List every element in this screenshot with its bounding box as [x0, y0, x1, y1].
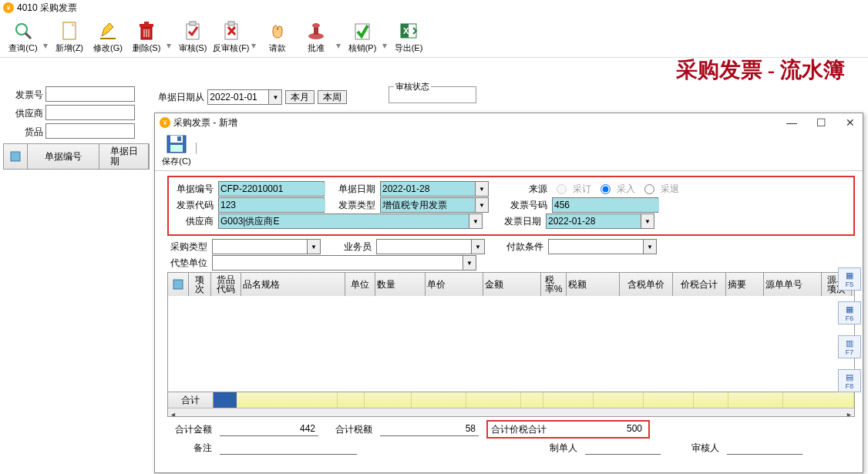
edit-button[interactable]: 修改(G)	[89, 21, 126, 55]
col-rate[interactable]: 税 率%	[541, 273, 567, 296]
f7-button[interactable]: ▥F7	[838, 335, 861, 358]
grid-picker-icon[interactable]	[4, 144, 28, 169]
chevron-down-icon[interactable]: ▼	[471, 240, 484, 254]
col-unit[interactable]: 单位	[345, 273, 375, 296]
src-return-radio[interactable]	[644, 184, 654, 194]
total-value: 500	[547, 423, 645, 435]
new-button[interactable]: 新增(Z)	[51, 21, 88, 55]
page-title: 采购发票 - 流水簿	[676, 55, 845, 85]
inv-type-field[interactable]: ▼	[380, 197, 489, 213]
grid-picker-icon[interactable]	[168, 273, 189, 296]
advunit-label: 代垫单位	[167, 257, 207, 270]
tax-value: 58	[380, 423, 479, 436]
supplier-field[interactable]: ▼	[218, 213, 483, 229]
col-spec[interactable]: 品名规格	[241, 273, 345, 296]
unapprove-button[interactable]: 反审核(F)	[213, 21, 250, 55]
inv-date-field[interactable]: ▼	[546, 213, 654, 229]
chevron-down-icon[interactable]: ▼	[268, 90, 281, 104]
search-icon	[13, 21, 33, 41]
unapprove-icon	[221, 21, 241, 41]
f6-button[interactable]: ▦F6	[838, 301, 861, 324]
detail-total-row: 合计	[168, 392, 854, 408]
sales-field[interactable]: ▼	[376, 239, 485, 254]
col-seq[interactable]: 项 次	[189, 273, 211, 296]
hscrollbar[interactable]: ◄►	[168, 408, 854, 417]
total-label: 合计	[168, 392, 214, 408]
close-button[interactable]: ✕	[843, 116, 858, 129]
detail-grid[interactable]: 项 次 货品 代码 品名规格 单位 数量 单价 金额 税 率% 税额 含税单价 …	[167, 272, 855, 417]
col-pricetax[interactable]: 含税单价	[620, 273, 673, 296]
col-goods[interactable]: 货品 代码	[211, 273, 241, 296]
inv-no-field[interactable]	[552, 197, 658, 213]
total-highlight: 合计价税合计 500	[486, 420, 650, 439]
inv-no-label: 发票号码	[493, 199, 547, 212]
query-button[interactable]: 查询(C)	[5, 21, 42, 55]
col-doc-date[interactable]: 单据日 期	[99, 144, 149, 169]
export-button[interactable]: X 导出(E)	[390, 21, 427, 55]
doc-date-label: 单据日期	[329, 183, 375, 196]
pay-button[interactable]: 请款	[259, 21, 296, 55]
supplier-input[interactable]	[45, 105, 135, 120]
writeoff-button[interactable]: 核销(P)	[344, 21, 381, 55]
doc-no-field[interactable]	[218, 181, 325, 197]
form-area: 单据编号 单据日期 ▼ 来源 采订 采入 采退 发票代码 发票类型 ▼ 发票号码	[155, 171, 863, 458]
memo-value[interactable]	[220, 442, 357, 455]
f8-button[interactable]: ▤F8	[838, 369, 861, 392]
new-invoice-modal: ¥ 采购发票 - 新增 — ☐ ✕ 保存(C) │ 单据编号 单据日期 ▼ 来源…	[154, 113, 863, 473]
col-doc-no[interactable]: 单据编号	[28, 144, 99, 169]
check-icon	[352, 21, 372, 41]
app-icon: ¥	[160, 117, 170, 128]
modal-toolbar: 保存(C) │	[155, 132, 863, 171]
svg-text:X: X	[403, 26, 409, 35]
new-icon	[59, 21, 79, 41]
modal-title-text: 采购发票 - 新增	[173, 116, 237, 129]
required-box: 单据编号 单据日期 ▼ 来源 采订 采入 采退 发票代码 发票类型 ▼ 发票号码	[167, 176, 855, 236]
advunit-field[interactable]: ▼	[212, 255, 476, 271]
chevron-down-icon[interactable]: ▼	[475, 198, 488, 212]
chevron-down-icon[interactable]: ▼	[463, 256, 476, 270]
col-srcno[interactable]: 源单单号	[764, 273, 822, 296]
supplier-form-label: 供应商	[173, 215, 214, 228]
col-amount[interactable]: 金额	[483, 273, 541, 296]
detail-header: 项 次 货品 代码 品名规格 单位 数量 单价 金额 税 率% 税额 含税单价 …	[168, 273, 854, 296]
save-button[interactable]: 保存(C)	[160, 134, 193, 169]
col-price[interactable]: 单价	[426, 273, 483, 296]
maker-label: 制单人	[550, 442, 577, 455]
col-qty[interactable]: 数量	[375, 273, 426, 296]
main-title: 4010 采购发票	[17, 2, 77, 15]
source-label: 来源	[493, 183, 547, 196]
checker-value	[727, 442, 802, 455]
ptype-field[interactable]: ▼	[212, 239, 321, 254]
col-amttax[interactable]: 价税合计	[673, 273, 726, 296]
maker-value	[585, 442, 661, 455]
f5-button[interactable]: ▦F5	[838, 267, 861, 291]
inv-date-label: 发票日期	[487, 215, 541, 228]
chevron-down-icon[interactable]: ▼	[643, 240, 656, 254]
approve-button[interactable]: 审核(S)	[174, 21, 211, 55]
chevron-down-icon[interactable]: ▼	[469, 214, 482, 228]
col-tax[interactable]: 税额	[567, 273, 620, 296]
batch-button[interactable]: 批准	[298, 21, 335, 55]
inv-code-field[interactable]	[218, 197, 325, 213]
invoice-no-input[interactable]	[45, 86, 135, 102]
this-month-button[interactable]: 本月	[285, 90, 315, 104]
this-week-button[interactable]: 本周	[318, 90, 347, 104]
chevron-down-icon[interactable]: ▼	[475, 182, 488, 196]
minimize-button[interactable]: —	[784, 116, 799, 129]
date-from-combo[interactable]: ▼	[207, 89, 282, 105]
chevron-down-icon[interactable]: ▼	[307, 240, 320, 254]
stamp-icon	[306, 21, 326, 41]
svg-rect-21	[11, 152, 20, 161]
excel-icon: X	[399, 21, 419, 41]
src-in-radio[interactable]	[601, 184, 611, 194]
goods-input[interactable]	[45, 123, 135, 139]
side-fkeys: ▦F5 ▦F6 ▥F7 ▤F8	[838, 267, 861, 392]
chevron-down-icon[interactable]: ▼	[641, 214, 654, 228]
detail-body[interactable]	[168, 296, 854, 392]
payterm-field[interactable]: ▼	[548, 239, 657, 254]
col-memo[interactable]: 摘要	[726, 273, 764, 296]
delete-button[interactable]: 删除(S)	[128, 21, 165, 55]
svg-rect-6	[144, 22, 149, 24]
doc-date-field[interactable]: ▼	[380, 181, 489, 197]
maximize-button[interactable]: ☐	[813, 116, 829, 129]
